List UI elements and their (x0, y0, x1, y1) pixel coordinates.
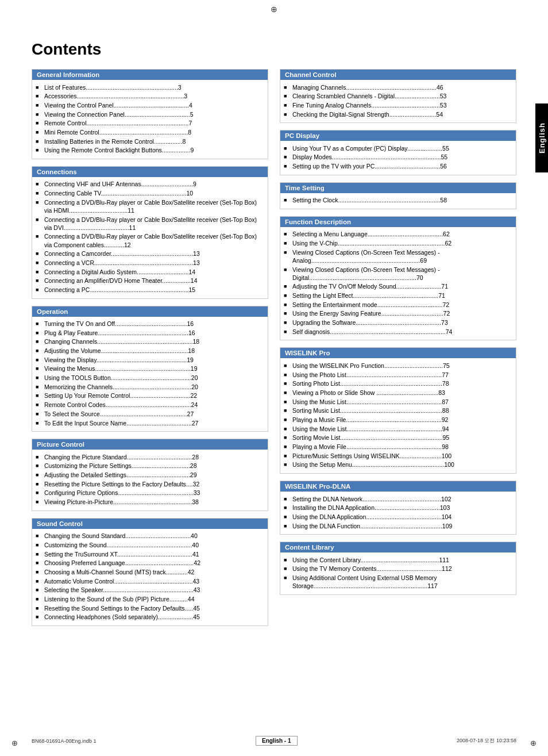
bullet-icon: ■ (284, 416, 291, 423)
bullet-icon: ■ (36, 498, 43, 505)
section-title: Function Description (280, 217, 516, 227)
bullet-icon: ■ (36, 147, 43, 153)
item-text: Using the Music List....................… (292, 398, 449, 406)
bullet-icon: ■ (36, 532, 43, 539)
list-item: ■List of Features.......................… (36, 83, 264, 91)
section-general-information: General Information■List of Features....… (32, 69, 268, 159)
list-item: ■Using the DLNA Application.............… (284, 513, 512, 521)
section-wiselink-pro-dlna: WISELINK Pro-DLNA■Setting the DLNA Netwo… (280, 481, 516, 535)
item-text: Using the Movie List....................… (292, 425, 449, 433)
bullet-icon: ■ (284, 513, 291, 520)
section-title: WISELINK Pro (280, 348, 516, 358)
list-item: ■Using the Music List...................… (284, 398, 512, 406)
section-wiselink-pro: WISELINK Pro■Using the WISELINK Pro Func… (280, 347, 516, 474)
bullet-icon: ■ (284, 574, 291, 581)
list-item: ■Fine Tuning Analog Channels............… (284, 101, 512, 109)
list-item: ■Sorting Movie List.....................… (284, 433, 512, 442)
item-text: Playing a Movie File....................… (292, 443, 449, 451)
item-text: Upgrading the Software..................… (292, 318, 448, 327)
bullet-icon: ■ (284, 301, 291, 308)
list-item: ■Setting the Entertainment mode.........… (284, 301, 512, 309)
item-text: Setting the Entertainment mode..........… (292, 301, 449, 309)
item-text: Selecting the Speaker...................… (44, 586, 200, 594)
item-text: Using the Setup Menu....................… (292, 460, 454, 469)
bullet-icon: ■ (36, 120, 43, 126)
item-text: Memorizing the Channels.................… (44, 383, 198, 391)
bullet-icon: ■ (36, 392, 43, 399)
bullet-icon: ■ (36, 259, 43, 266)
bullet-icon: ■ (36, 277, 43, 284)
bullet-icon: ■ (284, 389, 291, 396)
bullet-icon: ■ (36, 559, 43, 566)
list-item: ■Connecting a PC........................… (36, 286, 264, 294)
list-item: ■Connecting Cable TV....................… (36, 189, 264, 197)
list-item: ■Setting the DLNA Network...............… (284, 495, 512, 503)
list-item: ■Using the Remote Control Backlight Butt… (36, 146, 264, 154)
list-item: ■Setting up the TV with your PC.........… (284, 162, 512, 170)
list-item: ■Using the Setup Menu...................… (284, 460, 512, 469)
list-item: ■Connecting a VCR.......................… (36, 259, 264, 267)
bullet-icon: ■ (36, 578, 43, 585)
list-item: ■Changing the Picture Standard..........… (36, 453, 264, 461)
section-title: Channel Control (280, 70, 516, 80)
section-title: Operation (32, 306, 268, 317)
bullet-icon: ■ (284, 163, 291, 170)
item-text: Customizing the Sound...................… (44, 541, 199, 549)
col-right: Channel Control■Managing Channels.......… (280, 69, 516, 633)
section-items: ■Using Your TV as a Computer (PC) Displa… (280, 141, 516, 175)
item-text: Turning the TV On and Off...............… (44, 320, 194, 328)
list-item: ■Connecting a Digital Audio System......… (36, 268, 264, 276)
bullet-icon: ■ (36, 138, 43, 145)
bullet-icon: ■ (284, 565, 291, 572)
bullet-icon: ■ (284, 84, 291, 91)
section-items: ■Changing the Sound Standard............… (32, 529, 268, 625)
list-item: ■Using the WISELINK Pro Function........… (284, 362, 512, 370)
list-item: ■Setting the Light Effect...............… (284, 291, 512, 300)
list-item: ■Setting Up Your Remote Control.........… (36, 392, 264, 400)
bullet-icon: ■ (284, 398, 291, 405)
item-text: Setting Up Your Remote Control..........… (44, 392, 197, 400)
list-item: ■Customizing the Sound..................… (36, 541, 264, 549)
section-function-description: Function Description■Selecting a Menu La… (280, 216, 516, 341)
list-item: ■Display Modes..........................… (284, 153, 512, 161)
bullet-icon: ■ (36, 356, 43, 363)
item-text: Viewing Picture-in-Picture..............… (44, 498, 199, 506)
bullet-icon: ■ (284, 319, 291, 326)
item-text: Display Modes...........................… (292, 153, 447, 161)
list-item: ■Viewing the Connection Panel...........… (36, 110, 264, 118)
item-text: Remote Control..........................… (44, 119, 192, 127)
item-text: Connecting a PC.........................… (44, 286, 195, 294)
item-text: Connecting a Camcorder..................… (44, 250, 200, 258)
list-item: ■Changing Channels......................… (36, 337, 264, 346)
bullet-icon: ■ (36, 365, 43, 372)
list-item: ■Connecting a DVD/Blu-Ray player or Cabl… (36, 198, 264, 214)
section-title: Content Library (280, 542, 516, 552)
list-item: ■Connecting a Camcorder.................… (36, 250, 264, 258)
bullet-icon: ■ (284, 111, 291, 118)
list-item: ■Using Additional Content Using External… (284, 574, 512, 590)
item-text: Sorting Music List......................… (292, 406, 449, 415)
item-text: Selecting a Menu Language...............… (292, 230, 450, 238)
footer-right: 2008-07-18 오전 10:23:58 (457, 737, 516, 745)
bullet-icon: ■ (36, 542, 43, 548)
section-title: Picture Control (32, 439, 268, 450)
section-content-library: Content Library■Using the Content Librar… (280, 542, 516, 595)
section-title: PC Display (280, 131, 516, 141)
item-text: Adjusting the Volume....................… (44, 347, 195, 355)
item-text: Connecting a DVD/Blu-Ray player or Cable… (44, 216, 264, 232)
list-item: ■Upgrading the Software.................… (284, 318, 512, 327)
list-item: ■Turning the TV On and Off..............… (36, 320, 264, 328)
list-item: ■Connecting a DVD/Blu-Ray player or Cabl… (36, 232, 264, 248)
item-text: Using the DLNA Function.................… (292, 522, 452, 530)
item-text: Self diagnosis..........................… (292, 328, 452, 336)
item-text: Installing the DLNA Application.........… (292, 504, 450, 512)
page-title: Contents (32, 40, 516, 59)
bullet-icon: ■ (36, 320, 43, 327)
item-text: Changing the Sound Standard.............… (44, 532, 198, 540)
list-item: ■Setting the Clock......................… (284, 196, 512, 204)
list-item: ■To Select the Source...................… (36, 410, 264, 418)
bullet-icon: ■ (284, 102, 291, 109)
bullet-icon: ■ (36, 489, 43, 496)
footer-center: English - 1 (256, 736, 298, 746)
reg-mark-top: ⊕ (271, 5, 277, 14)
